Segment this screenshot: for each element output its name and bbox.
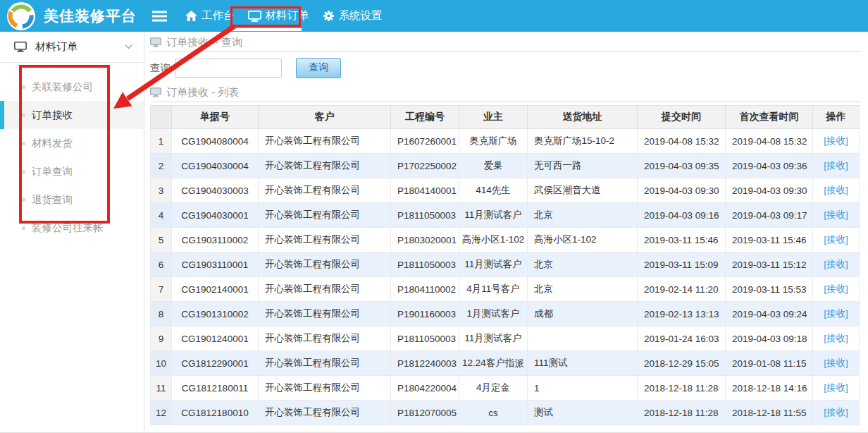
cell-row-number: 11 — [151, 376, 172, 401]
cell-customer: 开心装饰工程有限公司 — [259, 351, 391, 376]
cell-row-number: 4 — [151, 203, 172, 228]
table-row: 9CG1901240001开心装饰工程有限公司P181105000311月测试客… — [151, 327, 860, 351]
receive-link[interactable]: [接收] — [824, 358, 848, 368]
table-row: 7CG1902140001开心装饰工程有限公司P18041100024月11号客… — [151, 277, 860, 302]
cell-submit-time: 2019-04-03 09:16 — [638, 203, 726, 228]
cell-order-no: CG1812180011 — [172, 376, 259, 401]
bullet-icon — [22, 85, 25, 89]
cell-owner: 11月测试客户 — [459, 203, 528, 228]
table-row: 10CG1812290001开心装饰工程有限公司P181224000312.24… — [151, 351, 860, 376]
receive-link[interactable]: [接收] — [824, 283, 848, 294]
receive-link[interactable]: [接收] — [824, 308, 848, 319]
cell-submit-time: 2019-04-03 09:30 — [638, 178, 726, 203]
sidebar-item-order-query[interactable]: 订单查询 — [0, 157, 144, 185]
cell-first-view-time: 2019-04-03 09:18 — [726, 327, 813, 351]
sidebar-item-label: 退货查询 — [32, 193, 73, 207]
receive-link[interactable]: [接收] — [824, 185, 848, 195]
cell-order-no: CG1902140001 — [172, 277, 259, 302]
bullet-icon — [22, 142, 25, 145]
receive-link[interactable]: [接收] — [824, 382, 848, 393]
cell-action: [接收] — [813, 327, 860, 351]
cell-address: 1 — [528, 376, 638, 401]
receive-link[interactable]: [接收] — [824, 209, 848, 220]
sidebar: 材料订单 关联装修公司订单接收材料发货订单查询退货查询装修公司往来帐 — [0, 32, 144, 432]
column-header: 首次查看时间 — [726, 106, 813, 129]
column-header: 操作 — [813, 106, 860, 129]
cell-submit-time: 2019-03-11 15:46 — [638, 228, 726, 252]
nav-item-system-settings[interactable]: 系统设置 — [323, 8, 383, 23]
chevron-down-icon — [125, 44, 132, 49]
cell-first-view-time: 2019-03-11 15:53 — [726, 277, 813, 302]
cell-address: 武侯区潮音大道 — [528, 178, 638, 203]
receive-link[interactable]: [接收] — [824, 234, 848, 245]
cell-first-view-time: 2018-12-18 11:55 — [726, 401, 813, 425]
cell-submit-time: 2019-02-13 13:13 — [638, 302, 726, 327]
nav-item-material-orders[interactable]: 材料订单 — [248, 8, 309, 23]
cell-owner: 4月11号客户 — [459, 277, 528, 302]
cell-submit-time: 2018-12-18 11:28 — [638, 376, 726, 401]
cell-first-view-time: 2019-03-11 15:12 — [726, 252, 813, 277]
column-header: 工程编号 — [391, 106, 459, 129]
sidebar-item-order-receive[interactable]: 订单接收 — [0, 101, 144, 129]
query-input[interactable] — [175, 59, 282, 78]
home-icon — [185, 11, 197, 21]
cell-action: [接收] — [813, 252, 860, 277]
cell-action: [接收] — [813, 228, 860, 252]
sidebar-item-return-query[interactable]: 退货查询 — [0, 185, 144, 214]
table-row: 2CG1904030004开心装饰工程有限公司P1702250002爱巢无可西一… — [151, 154, 860, 178]
receive-link[interactable]: [接收] — [824, 407, 848, 417]
query-form: 查询: 查询 — [150, 57, 868, 78]
cell-project-no: P1803020001 — [391, 228, 459, 252]
query-button[interactable]: 查询 — [296, 58, 341, 78]
sidebar-item-label: 装修公司往来帐 — [32, 221, 104, 235]
receive-link[interactable]: [接收] — [824, 333, 848, 343]
cell-address: 高海小区1-102 — [528, 228, 638, 252]
cell-first-view-time: 2019-04-03 09:17 — [726, 203, 813, 228]
receive-link[interactable]: [接收] — [824, 135, 848, 146]
cell-order-no: CG1812180010 — [172, 401, 259, 425]
hamburger-menu-button[interactable] — [152, 11, 167, 22]
receive-link[interactable]: [接收] — [824, 160, 848, 171]
sidebar-item-material-delivery[interactable]: 材料发货 — [0, 129, 144, 157]
cell-first-view-time: 2019-04-03 09:36 — [726, 154, 813, 178]
sidebar-item-label: 订单接收 — [32, 109, 73, 122]
cell-address: 北京 — [528, 252, 638, 277]
table-row: 4CG1904030001开心装饰工程有限公司P181105000311月测试客… — [151, 203, 860, 228]
cell-address: 北京 — [528, 203, 638, 228]
cell-first-view-time: 2019-03-11 15:46 — [726, 228, 813, 252]
cell-owner: 高海小区1-102 — [459, 228, 528, 252]
cell-customer: 开心装饰工程有限公司 — [259, 327, 391, 351]
cell-customer: 开心装饰工程有限公司 — [259, 302, 391, 327]
sidebar-group-material-orders[interactable]: 材料订单 — [0, 32, 144, 63]
cell-order-no: CG1901310002 — [172, 302, 259, 327]
cell-project-no: P1811050003 — [391, 252, 459, 277]
cell-customer: 开心装饰工程有限公司 — [259, 129, 391, 154]
receive-link[interactable]: [接收] — [824, 259, 848, 269]
cell-row-number: 8 — [151, 302, 172, 327]
cell-customer: 开心装饰工程有限公司 — [259, 376, 391, 401]
cell-row-number: 12 — [151, 401, 172, 425]
cell-owner: 爱巢 — [459, 154, 528, 178]
monitor-icon — [150, 37, 161, 47]
sidebar-item-linked-companies[interactable]: 关联装修公司 — [0, 73, 144, 101]
column-header — [151, 106, 172, 129]
cell-project-no: P1811050003 — [391, 203, 459, 228]
app-logo-icon — [7, 2, 35, 30]
cell-customer: 开心装饰工程有限公司 — [259, 178, 391, 203]
cell-project-no: P1607260001 — [391, 129, 459, 154]
cell-action: [接收] — [813, 302, 860, 327]
bullet-icon — [22, 226, 25, 230]
cell-project-no: P1812070005 — [391, 401, 459, 425]
cell-project-no: P1804140001 — [391, 178, 459, 203]
cell-submit-time: 2019-01-24 16:03 — [638, 327, 726, 351]
nav-item-workbench[interactable]: 工作台 — [185, 8, 235, 23]
cell-project-no: P1811050003 — [391, 327, 459, 351]
cell-action: [接收] — [813, 277, 860, 302]
monitor-icon — [248, 11, 261, 22]
cell-project-no: P1804220004 — [391, 376, 459, 401]
sidebar-item-company-accounts[interactable]: 装修公司往来帐 — [0, 214, 144, 242]
cell-action: [接收] — [813, 351, 860, 376]
divider — [150, 51, 861, 52]
column-header: 提交时间 — [638, 106, 726, 129]
cell-action: [接收] — [813, 401, 860, 425]
